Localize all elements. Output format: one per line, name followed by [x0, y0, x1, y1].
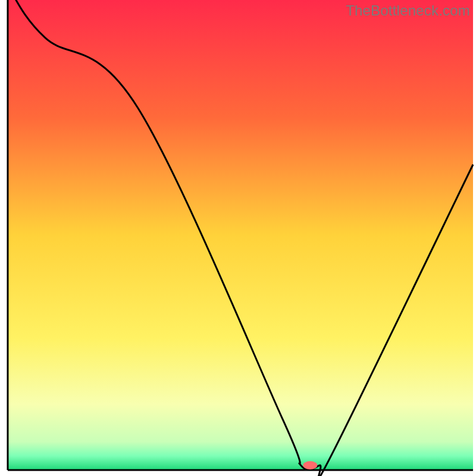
plot-background	[8, 0, 473, 470]
optimal-marker	[303, 461, 317, 469]
bottleneck-chart	[0, 0, 476, 476]
chart-container: TheBottleneck.com	[0, 0, 476, 476]
watermark-label: TheBottleneck.com	[346, 2, 470, 19]
